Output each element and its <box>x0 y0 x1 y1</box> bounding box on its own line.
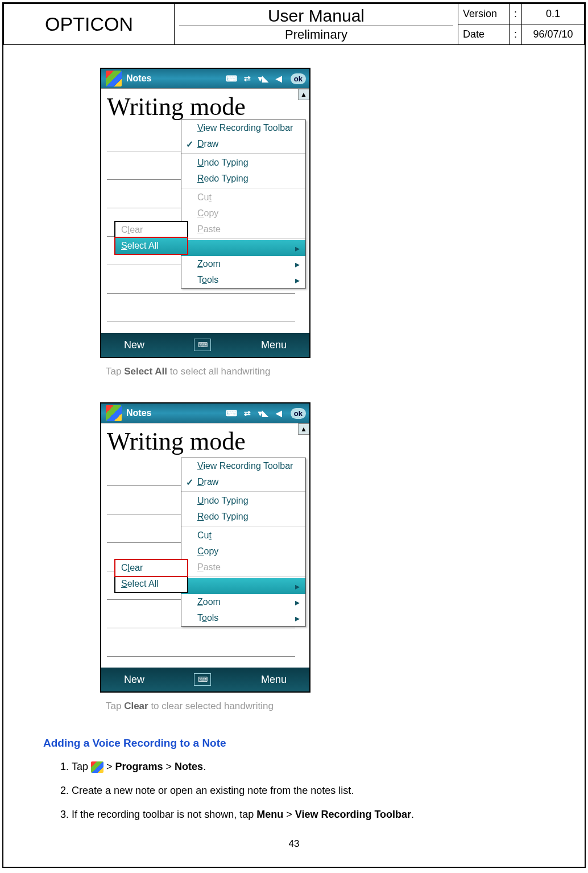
scroll-up-button[interactable]: ▲ <box>298 89 309 100</box>
keyboard-icon[interactable]: ⌨ <box>194 339 211 351</box>
menu-paste: Paste <box>181 559 305 575</box>
menu-undo-typing[interactable]: Undo Typing <box>181 493 305 509</box>
colon: : <box>509 24 521 45</box>
menu-view-recording-toolbar[interactable]: View Recording Toolbar <box>181 120 305 136</box>
softkey-new[interactable]: New <box>124 339 144 351</box>
keyboard-x-icon: ⌨ <box>225 407 238 419</box>
sync-icon: ⇄ <box>241 407 254 419</box>
menu-cut[interactable]: Cut <box>181 528 305 543</box>
menu-copy: Copy <box>181 205 305 221</box>
doc-subtitle: Preliminary <box>179 26 453 42</box>
step-1: Tap > Programs > Notes. <box>72 756 545 777</box>
steps-list: Tap > Programs > Notes. Create a new not… <box>72 756 545 825</box>
softkey-new[interactable]: New <box>124 674 144 686</box>
keyboard-x-icon: ⌨ <box>225 72 238 85</box>
handwriting-text: Writing mode <box>107 427 246 456</box>
device-frame: Notes ⌨ ⇄ ▾◣ ◀ ok ▲ Writing mode View Re… <box>100 68 310 358</box>
keyboard-icon[interactable]: ⌨ <box>194 673 211 686</box>
app-title: Notes <box>126 408 151 418</box>
menu-zoom[interactable]: Zoom <box>181 256 305 272</box>
submenu-select-all[interactable]: Select All <box>115 576 187 592</box>
start-icon[interactable] <box>106 405 122 421</box>
menu-view-recording-toolbar[interactable]: View Recording Toolbar <box>181 458 305 474</box>
handwriting-text: Writing mode <box>107 92 246 121</box>
start-icon[interactable] <box>106 71 122 87</box>
menu-undo-typing[interactable]: Undo Typing <box>181 155 305 171</box>
submenu-clear[interactable]: Clear <box>115 560 187 576</box>
context-menu: View Recording Toolbar Draw Undo Typing … <box>181 458 306 627</box>
step-3: If the recording toolbar is not shown, t… <box>72 804 545 825</box>
speaker-icon: ◀ <box>273 72 285 85</box>
ok-button[interactable]: ok <box>291 408 306 419</box>
date-label: Date <box>458 24 509 45</box>
menu-zoom[interactable]: Zoom <box>181 594 305 610</box>
brand-cell: OPTICON <box>4 4 175 45</box>
menu-copy[interactable]: Copy <box>181 543 305 559</box>
page-frame: OPTICON User Manual Preliminary Version … <box>2 2 586 868</box>
doc-title: User Manual <box>179 6 453 26</box>
edit-submenu: Clear Select All <box>114 559 188 593</box>
submenu-clear: Clear <box>115 222 187 238</box>
step-2: Create a new note or open an existing no… <box>72 780 545 801</box>
version-label: Version <box>458 4 509 24</box>
titlebar: Notes ⌨ ⇄ ▾◣ ◀ ok <box>101 403 309 423</box>
signal-icon: ▾◣ <box>257 407 270 419</box>
softkey-bar: New ⌨ Menu <box>101 668 309 691</box>
submenu-select-all[interactable]: Select All <box>115 238 187 254</box>
note-body[interactable]: ▲ Writing mode View Recording Toolbar Dr… <box>101 88 309 333</box>
version-value: 0.1 <box>522 4 585 24</box>
content-area: Notes ⌨ ⇄ ▾◣ ◀ ok ▲ Writing mode View Re… <box>3 45 585 855</box>
edit-submenu: Clear Select All <box>114 221 188 255</box>
page-number: 43 <box>43 838 545 850</box>
start-icon <box>91 761 103 773</box>
caption-2: Tap Clear to clear selected handwriting <box>106 701 545 712</box>
menu-tools[interactable]: Tools <box>181 610 305 626</box>
softkey-bar: New ⌨ Menu <box>101 333 309 357</box>
screenshot-1: Notes ⌨ ⇄ ▾◣ ◀ ok ▲ Writing mode View Re… <box>100 68 310 358</box>
menu-cut: Cut <box>181 190 305 205</box>
speaker-icon: ◀ <box>273 407 285 419</box>
menu-redo-typing[interactable]: Redo Typing <box>181 171 305 187</box>
scroll-up-button[interactable]: ▲ <box>298 423 309 435</box>
note-body[interactable]: ▲ Writing mode View Recording Toolbar Dr… <box>101 423 309 668</box>
app-title: Notes <box>126 73 151 84</box>
device-frame: Notes ⌨ ⇄ ▾◣ ◀ ok ▲ Writing mode View Re… <box>100 402 310 693</box>
menu-paste: Paste <box>181 221 305 237</box>
menu-edit-submenu[interactable]: Clear Select All <box>181 578 305 594</box>
menu-redo-typing[interactable]: Redo Typing <box>181 509 305 525</box>
doc-header: OPTICON User Manual Preliminary Version … <box>3 3 585 45</box>
ok-button[interactable]: ok <box>291 73 306 84</box>
section-title: Adding a Voice Recording to a Note <box>43 737 545 750</box>
softkey-menu[interactable]: Menu <box>261 339 287 351</box>
menu-draw[interactable]: Draw <box>181 136 305 152</box>
menu-tools[interactable]: Tools <box>181 272 305 288</box>
sync-icon: ⇄ <box>241 72 254 85</box>
menu-draw[interactable]: Draw <box>181 474 305 490</box>
colon: : <box>509 4 521 24</box>
title-cell: User Manual Preliminary <box>175 4 458 45</box>
screenshot-2: Notes ⌨ ⇄ ▾◣ ◀ ok ▲ Writing mode View Re… <box>100 402 310 693</box>
titlebar: Notes ⌨ ⇄ ▾◣ ◀ ok <box>101 69 309 88</box>
caption-1: Tap Select All to select all handwriting <box>106 366 545 377</box>
softkey-menu[interactable]: Menu <box>261 674 287 686</box>
date-value: 96/07/10 <box>522 24 585 45</box>
signal-icon: ▾◣ <box>257 72 270 85</box>
context-menu: View Recording Toolbar Draw Undo Typing … <box>181 120 306 289</box>
menu-edit-submenu[interactable]: Clear Select All <box>181 240 305 256</box>
